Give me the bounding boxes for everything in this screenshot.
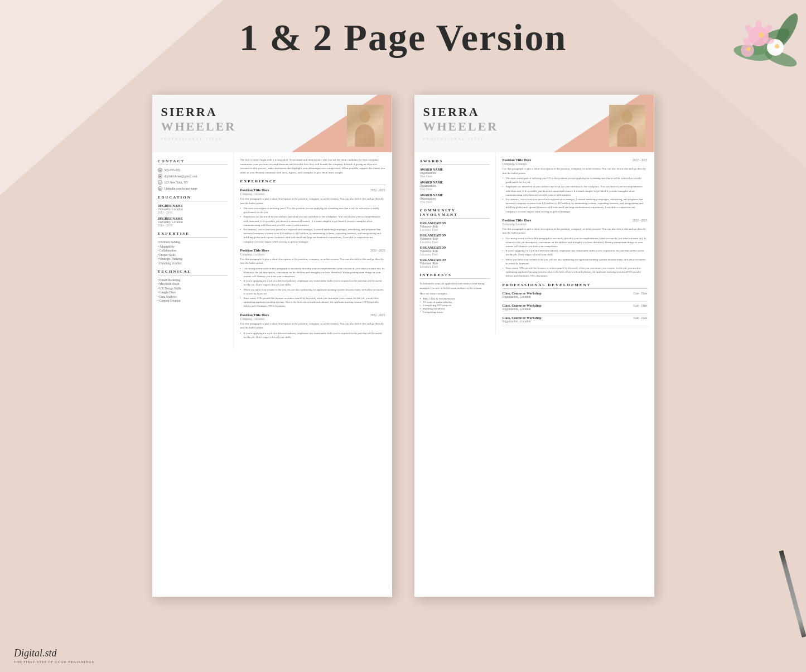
exp-company: Company, Location — [240, 317, 385, 321]
resume2-left-column: AWARDS AWARD NAMEOrganizationYear HereAW… — [414, 152, 495, 334]
community-loc: Location, Date — [420, 253, 490, 256]
community-item: ORGANIZATIONVolunteer RoleLocation, Date — [420, 246, 490, 256]
exp-item: Position Title Here2022 - 2023Company, L… — [503, 158, 648, 214]
resume2-body: AWARDS AWARD NAMEOrganizationYear HereAW… — [414, 152, 654, 334]
exp-dates: 2022 - 2023 — [633, 219, 648, 222]
exp-bullet: For instance, over a four-year period as… — [240, 228, 385, 244]
interest-item: Running marathons — [420, 307, 490, 310]
awards-list: AWARD NAMEOrganizationYear HereAWARD NAM… — [420, 168, 490, 204]
brand-footer: Digital.std THE FIRST STEP OF GOOD BEGIN… — [14, 647, 94, 664]
exp-bullet: Use strong action verbs in this paragrap… — [240, 267, 385, 279]
exp-bullet: Since many ATSs permit this because recr… — [240, 296, 385, 308]
community-item: ORGANIZATIONVolunteer RoleLocation, Date — [420, 234, 490, 244]
resume1-title: PROFESSIONAL TITLE — [161, 137, 237, 141]
exp-company: Company, Location — [503, 162, 648, 166]
pd-divider — [503, 301, 648, 302]
exp-item: Position Title Here2022 - 2023Company, L… — [503, 218, 648, 278]
resume2-header: SIERRA WHEELER PROFESSIONAL TITLE — [414, 95, 654, 152]
pd-item: Class, Course or Workshop Organization, … — [503, 292, 648, 298]
expertise-item: People Skills — [158, 253, 228, 257]
award-item: AWARD NAMEOrganizationYear Here — [420, 181, 490, 191]
exp-item: Position Title Here2022 - 2023Company, L… — [240, 313, 385, 339]
resume2-last-name: WHEELER — [423, 119, 499, 134]
pd-list: Class, Course or Workshop Organization, … — [503, 292, 648, 326]
community-list: ORGANIZATIONVolunteer RoleLocation, Date… — [420, 221, 490, 268]
exp-bullet: Employers are interested in your abiliti… — [503, 185, 648, 197]
address-icon: ⌂ — [158, 180, 162, 185]
linkedin-icon: in — [158, 186, 162, 191]
resume1-address: 123 New York, NY — [165, 181, 189, 184]
resume2-interests-examples-intro: Here are some examples: — [420, 292, 490, 296]
exp-bullet: The most crucial part of tailoring your … — [240, 206, 385, 214]
resume1-email-item: ✉ digitalstd.etsy@gmail.com — [158, 174, 228, 178]
pd-left: Class, Course or Workshop Organization, … — [503, 292, 542, 298]
exp-company: Company, Location — [240, 192, 385, 196]
resume2-first-name: SIERRA — [423, 105, 499, 119]
resume2-name-block: SIERRA WHEELER PROFESSIONAL TITLE — [423, 105, 499, 141]
exp-item: Position Title Here2022 - 2023Company, L… — [240, 188, 385, 244]
pd-org: Organization, Location — [503, 320, 542, 323]
exp-desc: Use this paragraph to give a short descr… — [503, 167, 648, 175]
edu1-years: 2013 - 2016 — [158, 211, 228, 214]
exp-title: Position Title Here — [503, 218, 532, 222]
exp-desc: Use this paragraph to give a short descr… — [503, 227, 648, 235]
resume1-last-name: WHEELER — [161, 119, 237, 134]
resume1-linkedin-item: in Linkedin.com/in/username — [158, 186, 228, 191]
interest-item: Composing music — [420, 311, 490, 313]
resume2-right-column: Position Title Here2022 - 2023Company, L… — [495, 152, 654, 334]
pd-dates: Date - Date — [633, 304, 647, 311]
pd-dates: Date - Date — [633, 316, 647, 323]
exp-bullet: Use strong action verbs in this paragrap… — [503, 236, 648, 249]
community-loc: Location, Date — [420, 228, 490, 231]
pd-item: Class, Course or Workshop Organization, … — [503, 304, 648, 311]
exp-bullet: When you tailor your resume to the job, … — [503, 258, 648, 265]
brand-tagline: THE FIRST STEP OF GOOD BEGINNINGS — [14, 660, 94, 664]
tech-item: Google Docs — [158, 291, 228, 294]
exp-bullet: If you're applying for a job in a differ… — [240, 331, 385, 339]
resume1-name-block: SIERRA WHEELER PROFESSIONAL TITLE — [161, 105, 237, 141]
interest-item: Completing DIY projects — [420, 304, 490, 307]
exp-desc: Use this paragraph to give a short descr… — [240, 322, 385, 330]
edu-item-2: DEGREE NAME University, Location 2014 - … — [158, 217, 228, 227]
expertise-item: Problem Solving — [158, 240, 228, 244]
community-item: ORGANIZATIONVolunteer RoleLocation, Date — [420, 221, 490, 231]
resume2-awards-heading: AWARDS — [420, 159, 490, 165]
pd-org: Organization, Location — [503, 307, 542, 311]
interest-item: BBC Click & documentaries — [420, 297, 490, 300]
svg-point-10 — [755, 21, 762, 32]
award-year: Year Here — [420, 200, 490, 204]
expertise-item: Handling Conflict — [158, 262, 228, 265]
exp-dates: 2022 - 2023 — [370, 249, 385, 252]
award-year: Year Here — [420, 175, 490, 178]
tech-item: Data Analysis — [158, 295, 228, 298]
resume2-pd-heading: PROFESSIONAL DEVELOPMENT — [503, 283, 648, 289]
resume1-education-heading: EDUCATION — [158, 195, 228, 201]
exp-bullet: Since many ATSs permit this because recr… — [503, 266, 648, 278]
phone-icon: ☏ — [158, 168, 162, 172]
exp-dates: 2022 - 2023 — [633, 158, 648, 162]
interests-list: BBC Click & documentaries10 years of gui… — [420, 297, 490, 313]
pd-left: Class, Course or Workshop Organization, … — [503, 304, 542, 311]
pd-divider — [503, 326, 648, 326]
resume1-phone: 555-555-555 — [165, 168, 180, 172]
exp-bullet: The most crucial part of tailoring your … — [503, 176, 648, 184]
award-item: AWARD NAMEOrganizationYear Here — [420, 168, 490, 178]
resume2-community-heading: COMMUNITY INVOLVMENT — [420, 208, 490, 219]
expertise-item: Adaptability — [158, 245, 228, 248]
resume1-left-column: CONTACT ☏ 555-555-555 ✉ digitalstd.etsy@… — [152, 152, 233, 349]
resume2-photo — [609, 105, 645, 147]
resume2-interests-heading: INTERESTS — [420, 273, 490, 279]
interest-item: 10 years of guitar playing — [420, 301, 490, 303]
experience-list-2: Position Title Here2022 - 2023Company, L… — [503, 158, 648, 278]
exp-title: Position Title Here — [240, 313, 269, 317]
pd-item: Class, Course or Workshop Organization, … — [503, 316, 648, 323]
expertise-item: Collaboration — [158, 249, 228, 252]
resume-page-2: SIERRA WHEELER PROFESSIONAL TITLE AWARDS… — [414, 95, 654, 597]
resume1-summary: The best resumes begin with a strong pit… — [240, 158, 385, 175]
resume1-linkedin: Linkedin.com/in/username — [165, 187, 197, 190]
resume1-address-item: ⌂ 123 New York, NY — [158, 180, 228, 185]
experience-list-1: Position Title Here2022 - 2023Company, L… — [240, 188, 385, 339]
exp-title: Position Title Here — [240, 248, 269, 252]
exp-bullet: Employers are interested in your abiliti… — [240, 215, 385, 227]
resume1-photo — [347, 105, 383, 147]
